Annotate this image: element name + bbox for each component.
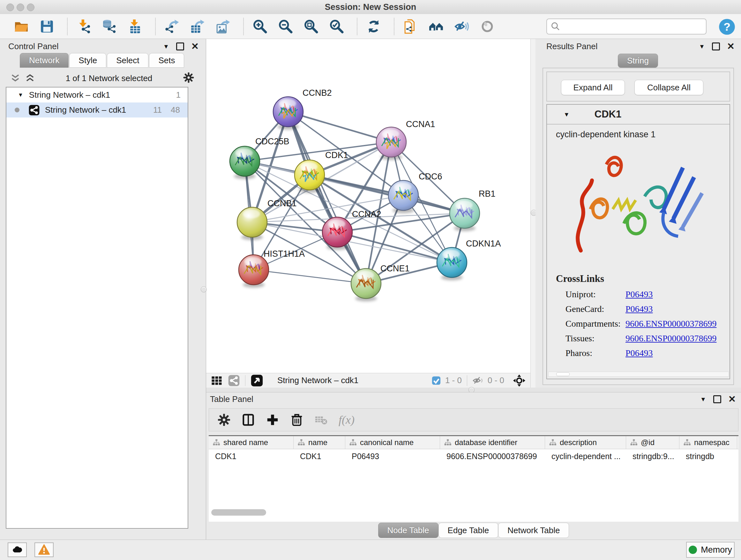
table-row[interactable]: CDK1CDK1P064939606.ENSP00000378699cyclin… [209,449,738,463]
cell-name[interactable]: CDK1 [293,452,345,461]
network-share-chip-icon[interactable] [228,374,240,387]
birdseye-view-icon[interactable] [251,374,263,387]
results-panel-title: Results Panel [546,42,597,51]
column-header-database-identifier[interactable]: database identifier [440,436,545,449]
gene-description: cyclin-dependent kinase 1 [556,130,730,139]
add-column-icon[interactable] [266,413,279,427]
string-home-button[interactable] [428,18,444,35]
table-hscroll-thumb[interactable] [211,509,266,516]
column-header-@id[interactable]: @id [626,436,679,449]
column-header-canonical-name[interactable]: canonical name [345,436,440,449]
results-panel-float-icon[interactable] [712,43,720,51]
export-image-button[interactable] [215,18,231,35]
pan-mode-icon[interactable] [513,374,526,387]
import-network-from-file-button[interactable] [76,18,92,35]
gene-collapse-icon[interactable]: ▼ [563,111,569,118]
unhide-all-button[interactable] [454,18,470,35]
collection-expand-icon[interactable]: ▼ [18,92,23,98]
node-CCNB2[interactable]: CCNB2 [273,88,332,130]
network-collection-row[interactable]: ▼ String Network – cdk1 1 [6,87,188,103]
save-session-button[interactable] [39,18,55,35]
zoom-out-button[interactable] [278,18,293,35]
cell-namespac[interactable]: stringdb [679,452,737,461]
control-panel-close-icon[interactable]: ✕ [191,42,199,51]
grid-view-icon[interactable] [211,374,223,387]
import-table-from-file-button[interactable] [127,18,143,35]
zoom-in-button[interactable] [252,18,268,35]
gene-entry-header[interactable]: ▼ CDK1 [547,105,730,125]
tab-style[interactable]: Style [69,53,106,68]
warnings-button[interactable] [35,543,54,557]
collapse-all-networks-icon[interactable] [10,73,20,83]
crosslink-value-link[interactable]: 9606.ENSP00000378699 [625,333,717,344]
tab-node-table[interactable]: Node Table [378,523,439,538]
tab-network-table[interactable]: Network Table [498,523,569,538]
crosslink-value-link[interactable]: P06493 [625,289,653,300]
table-panel-splitter[interactable] [206,388,741,392]
results-panel-close-icon[interactable]: ✕ [727,42,735,51]
hidden-eye-icon[interactable] [472,375,484,386]
tab-network[interactable]: Network [20,53,69,68]
table-panel-float-icon[interactable] [713,395,721,403]
expand-all-button[interactable]: Expand All [561,80,625,95]
results-hscrollbar[interactable] [548,372,729,377]
column-header-shared-name[interactable]: shared name [209,436,293,449]
help-button[interactable] [719,18,735,35]
crosslink-value-link[interactable]: 9606.ENSP00000378699 [625,319,717,329]
table-panel-menu-icon[interactable]: ▼ [700,396,706,402]
control-panel-float-icon[interactable] [176,43,184,51]
cell-@id[interactable]: stringdb:9... [626,452,679,461]
string-import-button[interactable] [403,18,419,35]
cell-canonical-name[interactable]: P06493 [345,452,440,461]
node-CDC6[interactable]: CDC6 [388,172,442,213]
results-hscroll-thumb[interactable] [556,372,569,376]
control-panel-menu-icon[interactable]: ▼ [163,44,169,50]
refresh-button[interactable] [366,18,382,35]
show-columns-icon[interactable] [242,413,255,427]
table-panel-title: Table Panel [210,394,253,404]
node-RB1[interactable]: RB1 [450,189,495,231]
search-input[interactable] [561,22,706,31]
cloud-button[interactable] [8,543,27,557]
export-network-button[interactable] [164,18,180,35]
search-box[interactable] [546,18,706,35]
node-HIST1H1A[interactable]: HIST1H1A [239,249,305,288]
column-header-name[interactable]: name [293,436,345,449]
crosslink-value-link[interactable]: P06493 [625,304,653,314]
network-options-gear-icon[interactable] [183,72,194,84]
network-row[interactable]: String Network – cdk1 11 48 [6,103,188,118]
splitter-grip-left[interactable] [201,287,207,293]
node-table[interactable]: shared namenamecanonical namedatabase id… [209,435,738,522]
graphics-details-button[interactable] [479,18,495,35]
import-network-from-database-button[interactable] [102,18,118,35]
cell-shared-name[interactable]: CDK1 [209,452,293,461]
table-settings-gear-icon[interactable] [217,413,231,427]
tab-string[interactable]: String [618,54,658,68]
node-CCNB1[interactable]: CCNB1 [237,199,297,240]
collapse-all-button[interactable]: Collapse All [634,80,703,95]
node-CDKN1A[interactable]: CDKN1A [437,239,501,280]
edge-CCNE1-HIST1H1A[interactable] [254,270,366,284]
export-table-button[interactable] [190,18,205,35]
node-CCNA1[interactable]: CCNA1 [376,119,435,160]
open-session-button[interactable] [13,18,29,35]
string-network-graph[interactable]: CCNB2CCNA1CDC25BCDK1CDC6RB1CCNB1CCNA2CDK… [206,39,530,373]
delete-column-icon[interactable] [290,413,304,427]
tab-edge-table[interactable]: Edge Table [439,523,498,538]
column-header-namespac[interactable]: namespac [679,436,737,449]
zoom-fit-content-button[interactable] [303,18,319,35]
crosslink-value-link[interactable]: P06493 [625,348,653,358]
cell-description[interactable]: cyclin-dependent ... [545,452,626,461]
tab-sets[interactable]: Sets [149,53,184,68]
column-header-description[interactable]: description [545,436,626,449]
results-panel-menu-icon[interactable]: ▼ [699,44,705,50]
network-canvas[interactable]: CCNB2CCNA1CDC25BCDK1CDC6RB1CCNB1CCNA2CDK… [206,39,530,373]
memory-button[interactable]: Memory [686,542,735,558]
cell-database-identifier[interactable]: 9606.ENSP00000378699 [440,452,545,461]
edge-CCNB2-CCNA1[interactable] [288,112,391,142]
selected-checkbox-icon[interactable] [431,375,441,386]
tab-select[interactable]: Select [107,53,148,68]
expand-all-networks-icon[interactable] [25,73,35,83]
zoom-selected-button[interactable] [329,18,345,35]
table-panel-close-icon[interactable]: ✕ [728,395,736,404]
